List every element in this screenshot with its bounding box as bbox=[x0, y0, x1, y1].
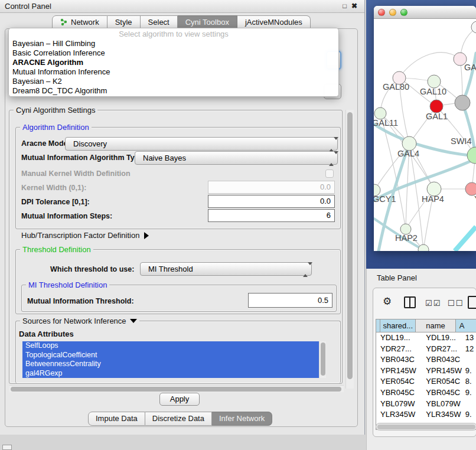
table-cell: YBL079W bbox=[376, 399, 420, 410]
attribute-item[interactable]: gal4RGexp bbox=[22, 369, 319, 379]
table-cell: YER054C bbox=[420, 376, 465, 387]
attribute-item[interactable]: BetweennessCentrality bbox=[22, 360, 319, 369]
control-panel-titlebar: Control Panel □ ✖ bbox=[0, 0, 364, 13]
kernel-width-input[interactable]: 0.0 bbox=[208, 181, 335, 194]
close-window-icon[interactable]: ✖ bbox=[351, 2, 357, 10]
cytoscape-desktop: GALGAL80GAL10GAL1GAL11SWI4GAL4GCY1HAP4YH… bbox=[366, 0, 476, 269]
table-panel-title: Table Panel bbox=[377, 273, 417, 282]
dpi-tolerance-label: DPI Tolerance [0,1]: bbox=[21, 198, 90, 206]
apply-button[interactable]: Apply bbox=[159, 393, 200, 406]
tab-label: Network bbox=[71, 18, 99, 27]
attributes-list-scrollbar[interactable] bbox=[319, 341, 326, 378]
sources-group-title[interactable]: Sources for Network Inference bbox=[20, 317, 139, 325]
mi-threshold-label: Mutual Information Threshold: bbox=[27, 297, 134, 305]
kernel-width-label: Kernel Width (0,1): bbox=[21, 184, 86, 192]
minimize-light-icon[interactable] bbox=[389, 9, 396, 16]
which-threshold-combobox[interactable]: MI Threshold bbox=[140, 262, 312, 276]
deselect-all-checkboxes-icon[interactable]: ☐☐ bbox=[448, 299, 464, 308]
tab-label: jActiveMNodules bbox=[245, 18, 302, 27]
table-row[interactable]: YLR345WYLR345W9. bbox=[376, 409, 476, 420]
network-canvas[interactable]: GALGAL80GAL10GAL1GAL11SWI4GAL4GCY1HAP4YH… bbox=[374, 19, 476, 251]
table-cell: YDR27... bbox=[420, 344, 465, 355]
table-row[interactable]: YDR27...YDR27...12 bbox=[376, 344, 476, 355]
mi-steps-label: Mutual Information Steps: bbox=[21, 212, 112, 220]
dropdown-item[interactable]: Basic Correlation Inference bbox=[9, 48, 338, 58]
minimized-panel-icon[interactable] bbox=[2, 445, 12, 450]
settings-horizontal-scrollbar[interactable] bbox=[9, 385, 344, 392]
zoom-light-icon[interactable] bbox=[400, 9, 407, 16]
mi-algorithm-type-combobox[interactable]: Naive Bayes bbox=[135, 151, 338, 165]
tab-impute-data[interactable]: Impute Data bbox=[88, 412, 145, 426]
tab-infer-network[interactable]: Infer Network bbox=[212, 412, 272, 426]
network-view-window: GALGAL80GAL10GAL1GAL11SWI4GAL4GCY1HAP4YH… bbox=[374, 6, 476, 251]
table-gutter bbox=[376, 319, 380, 332]
aracne-mode-label: Aracne Mode: bbox=[21, 139, 70, 148]
table-cell: YBR045C bbox=[420, 387, 465, 399]
table-cell: 8. bbox=[465, 376, 476, 387]
table-cell: YBR045C bbox=[376, 387, 420, 399]
network-node-y[interactable] bbox=[465, 182, 476, 195]
close-light-icon[interactable] bbox=[378, 9, 385, 16]
dropdown-item[interactable]: Bayesian – Hill Climbing bbox=[9, 39, 338, 48]
table-row[interactable]: YBR045CYBR045C9. bbox=[376, 387, 476, 399]
table-cell: 9. bbox=[465, 366, 476, 377]
control-panel-title: Control Panel bbox=[5, 2, 51, 11]
mi-threshold-definition-title: MI Threshold Definition bbox=[26, 281, 109, 289]
float-window-icon[interactable]: □ bbox=[343, 2, 347, 9]
threshold-definition-title: Threshold Definition bbox=[20, 245, 93, 254]
mi-algorithm-type-label: Mutual Information Algorithm Type: bbox=[21, 154, 145, 162]
attribute-item[interactable]: SelfLoops bbox=[22, 341, 319, 351]
columns-icon[interactable] bbox=[404, 296, 416, 308]
dropdown-item[interactable]: Bayesian – K2 bbox=[9, 77, 338, 86]
column-header-partial[interactable]: A bbox=[456, 319, 476, 332]
table-row[interactable]: YBL079WYBL079W bbox=[376, 399, 476, 410]
select-all-checkboxes-icon[interactable]: ☑☑ bbox=[425, 299, 441, 308]
table-cell: 9. bbox=[465, 409, 476, 420]
node-label-node-gal10: GAL10 bbox=[420, 87, 446, 96]
gear-icon[interactable]: ⚙ bbox=[383, 295, 392, 308]
table-cell: YPR145W bbox=[420, 366, 465, 377]
table-cell bbox=[465, 399, 476, 410]
hub-definition-toggle[interactable]: Hub/Transcription Factor Definition bbox=[21, 231, 149, 240]
dpi-tolerance-input[interactable]: 0.0 bbox=[208, 195, 335, 208]
data-attributes-list[interactable]: SelfLoopsTopologicalCoefficientBetweenne… bbox=[22, 341, 319, 378]
node-table-card: ⚙ ☑☑ ☐☐ shared... name A YDL19...YDL19..… bbox=[373, 288, 476, 437]
table-cell: YER054C bbox=[376, 376, 420, 387]
attribute-item[interactable]: TopologicalCoefficient bbox=[22, 351, 319, 360]
table-row[interactable]: YBR043CYBR043C bbox=[376, 354, 476, 366]
node-label-node-gal: GAL bbox=[464, 63, 476, 72]
combo-arrows-icon bbox=[329, 154, 334, 162]
network-node-gal1[interactable] bbox=[430, 100, 443, 113]
dropdown-item[interactable]: Mutual Information Inference bbox=[9, 67, 338, 77]
network-node-gal11[interactable] bbox=[374, 107, 386, 119]
dropdown-item[interactable]: Dream8 DC_TDC Algorithm bbox=[9, 86, 338, 96]
settings-vertical-scrollbar[interactable] bbox=[345, 110, 354, 389]
network-node-gray[interactable] bbox=[455, 95, 470, 110]
table-toolbar: ⚙ ☑☑ ☐☐ bbox=[373, 292, 476, 315]
tab-label: Select bbox=[148, 18, 169, 27]
table-row[interactable]: YDL19...YDL19...13 bbox=[376, 332, 476, 344]
network-cyan-edge bbox=[455, 227, 476, 251]
table-horizontal-scrollbar[interactable] bbox=[376, 423, 476, 431]
node-label-node-gal80: GAL80 bbox=[383, 82, 409, 92]
mi-steps-input[interactable]: 6 bbox=[208, 209, 335, 222]
table-row[interactable]: YPR145WYPR145W9. bbox=[376, 366, 476, 377]
manual-kernel-width-checkbox[interactable] bbox=[325, 169, 334, 178]
algorithm-dropdown-popup: Select algorithm to view settings Bayesi… bbox=[8, 28, 339, 97]
document-icon[interactable] bbox=[468, 296, 476, 309]
network-node-gal10[interactable] bbox=[428, 75, 441, 88]
node-label-node-gcy1: GCY1 bbox=[374, 194, 396, 204]
table-cell: YDR27... bbox=[376, 344, 420, 355]
table-cell: YBL079W bbox=[420, 399, 465, 410]
column-header-name[interactable]: name bbox=[416, 319, 455, 332]
dropdown-item[interactable]: ARACNE Algorithm bbox=[9, 58, 338, 67]
table-cell: YLR345W bbox=[420, 409, 465, 420]
table-row[interactable]: YER054CYER054C8. bbox=[376, 376, 476, 387]
aracne-mode-combobox[interactable]: Discovery bbox=[65, 137, 338, 151]
data-attributes-label: Data Attributes bbox=[19, 330, 74, 338]
settings-group-title: Cyni Algorithm Settings bbox=[14, 106, 97, 115]
column-header-shared-name[interactable]: shared... bbox=[380, 319, 416, 332]
node-label-node-gal4: GAL4 bbox=[397, 149, 419, 158]
mi-threshold-input[interactable]: 0.5 bbox=[248, 293, 332, 308]
tab-discretize-data[interactable]: Discretize Data bbox=[145, 412, 212, 426]
